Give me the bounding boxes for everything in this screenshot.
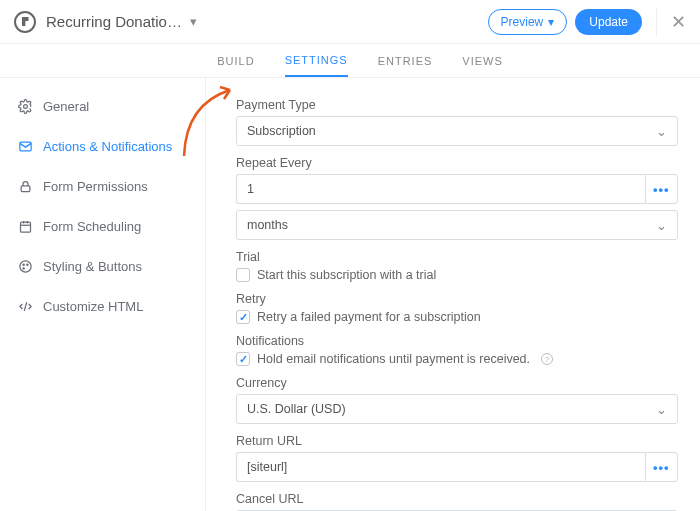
currency-label: Currency <box>236 376 678 390</box>
svg-point-9 <box>27 264 28 265</box>
currency-select[interactable]: U.S. Dollar (USD) ⌄ <box>236 394 678 424</box>
top-bar: Recurring Donatio… ▾ Preview ▾ Update ✕ <box>0 0 700 44</box>
repeat-every-label: Repeat Every <box>236 156 678 170</box>
svg-point-0 <box>24 104 28 108</box>
sidebar-item-label: Form Scheduling <box>43 219 141 234</box>
repeat-number-input[interactable]: 1 <box>236 174 645 204</box>
form-title: Recurring Donatio… <box>46 13 182 30</box>
currency-value: U.S. Dollar (USD) <box>247 402 346 416</box>
settings-content: Payment Type Subscription ⌄ Repeat Every… <box>206 78 700 511</box>
tab-views[interactable]: VIEWS <box>462 44 502 77</box>
sidebar-item-styling[interactable]: Styling & Buttons <box>0 246 205 286</box>
retry-checkbox[interactable] <box>236 310 250 324</box>
svg-rect-3 <box>21 222 31 232</box>
return-url-value: [siteurl] <box>247 460 287 474</box>
trial-label: Trial <box>236 250 678 264</box>
chevron-down-icon: ⌄ <box>656 402 667 417</box>
return-url-input[interactable]: [siteurl] <box>236 452 645 482</box>
sidebar-item-label: Styling & Buttons <box>43 259 142 274</box>
retry-checkbox-label: Retry a failed payment for a subscriptio… <box>257 310 481 324</box>
sidebar-item-label: Customize HTML <box>43 299 143 314</box>
payment-type-label: Payment Type <box>236 98 678 112</box>
payment-type-select[interactable]: Subscription ⌄ <box>236 116 678 146</box>
sidebar-item-customize-html[interactable]: Customize HTML <box>0 286 205 326</box>
sidebar-item-label: Form Permissions <box>43 179 148 194</box>
update-button[interactable]: Update <box>575 9 642 35</box>
sidebar-item-label: General <box>43 99 89 114</box>
lock-icon <box>18 179 33 194</box>
chevron-down-icon: ⌄ <box>656 124 667 139</box>
mail-icon <box>18 139 33 154</box>
tab-build[interactable]: BUILD <box>217 44 254 77</box>
return-url-options[interactable]: ••• <box>645 452 678 482</box>
settings-sidebar: General Actions & Notifications Form Per… <box>0 78 206 511</box>
preview-label: Preview <box>501 15 544 29</box>
cancel-url-label: Cancel URL <box>236 492 678 506</box>
repeat-unit-select[interactable]: months ⌄ <box>236 210 678 240</box>
sidebar-item-label: Actions & Notifications <box>43 139 172 154</box>
svg-point-10 <box>23 267 24 268</box>
tab-entries[interactable]: ENTRIES <box>378 44 433 77</box>
repeat-number-options[interactable]: ••• <box>645 174 678 204</box>
app-logo <box>14 11 36 33</box>
code-icon <box>18 299 33 314</box>
palette-icon <box>18 259 33 274</box>
svg-line-11 <box>24 302 27 311</box>
payment-type-value: Subscription <box>247 124 316 138</box>
notifications-label: Notifications <box>236 334 678 348</box>
sidebar-item-scheduling[interactable]: Form Scheduling <box>0 206 205 246</box>
svg-point-8 <box>23 264 24 265</box>
chevron-down-icon: ⌄ <box>656 218 667 233</box>
trial-checkbox[interactable] <box>236 268 250 282</box>
notifications-checkbox-label: Hold email notifications until payment i… <box>257 352 530 366</box>
calendar-icon <box>18 219 33 234</box>
preview-button[interactable]: Preview ▾ <box>488 9 568 35</box>
trial-checkbox-label: Start this subscription with a trial <box>257 268 436 282</box>
notifications-checkbox[interactable] <box>236 352 250 366</box>
info-icon[interactable]: ? <box>541 353 553 365</box>
repeat-unit-value: months <box>247 218 288 232</box>
gear-icon <box>18 99 33 114</box>
title-dropdown-caret[interactable]: ▾ <box>190 14 197 29</box>
sidebar-item-general[interactable]: General <box>0 86 205 126</box>
retry-label: Retry <box>236 292 678 306</box>
return-url-label: Return URL <box>236 434 678 448</box>
close-button[interactable]: ✕ <box>656 8 686 36</box>
tab-bar: BUILD SETTINGS ENTRIES VIEWS <box>0 44 700 78</box>
svg-rect-2 <box>21 185 30 191</box>
sidebar-item-permissions[interactable]: Form Permissions <box>0 166 205 206</box>
svg-point-7 <box>20 260 31 271</box>
tab-settings[interactable]: SETTINGS <box>285 44 348 77</box>
repeat-number-value: 1 <box>247 182 254 196</box>
chevron-down-icon: ▾ <box>548 15 554 29</box>
sidebar-item-actions[interactable]: Actions & Notifications <box>0 126 205 166</box>
